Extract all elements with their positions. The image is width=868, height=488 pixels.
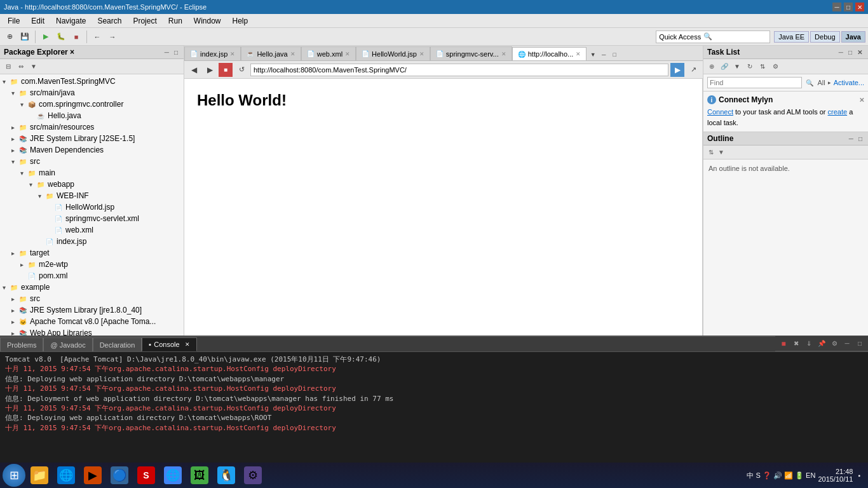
taskbar-qq[interactable]: 🐧 (214, 464, 239, 487)
stop-server-button[interactable]: ■ (69, 30, 83, 44)
tree-item[interactable]: ☕Hello.java (0, 110, 184, 121)
console-settings-button[interactable]: ⚙ (829, 338, 840, 349)
perspective-java-ee[interactable]: Java EE (774, 31, 809, 43)
mylyn-connect-link[interactable]: Connect (707, 108, 733, 116)
task-filter-arrow[interactable]: ▸ (828, 79, 831, 86)
tab-close-hello[interactable]: ✕ (290, 51, 295, 57)
tab-springmvc[interactable]: 📄 springmvc-serv... ✕ (430, 46, 512, 60)
tree-item[interactable]: 📄index.jsp (0, 236, 184, 247)
tree-item[interactable]: ▸📁m2e-wtp (0, 259, 184, 270)
tree-item[interactable]: ▾📁main (0, 167, 184, 179)
tree-item[interactable]: ▾📁com.MavenTest.SpringMVC (0, 76, 184, 87)
tree-item[interactable]: ▸📁target (0, 247, 184, 259)
menu-help[interactable]: Help (227, 14, 254, 27)
tab-max-button[interactable]: □ (609, 49, 620, 60)
taskbar-media[interactable]: ▶ (80, 464, 105, 487)
task-sync-button[interactable]: ↻ (744, 61, 756, 72)
menu-search[interactable]: Search (92, 14, 126, 27)
task-settings-button[interactable]: ⚙ (770, 61, 781, 72)
tree-item[interactable]: ▸📁src/main/resources (0, 121, 184, 133)
maximize-button[interactable]: □ (844, 3, 853, 11)
tab-problems[interactable]: Problems (0, 337, 43, 351)
tree-item[interactable]: ▸🐱Apache Tomcat v8.0 [Apache Toma... (0, 316, 184, 327)
menu-file[interactable]: File (3, 14, 25, 27)
taskbar-sogou[interactable]: S (133, 464, 159, 487)
menu-navigate[interactable]: Navigate (51, 14, 91, 27)
tab-helloworld-jsp[interactable]: 📄 HelloWorld.jsp ✕ (356, 46, 430, 60)
debug-button[interactable]: 🐛 (54, 30, 68, 44)
task-find-input[interactable] (707, 77, 802, 88)
minimize-button[interactable]: ─ (832, 3, 841, 11)
tab-web-xml[interactable]: 📄 web.xml ✕ (301, 46, 356, 60)
browser-external-button[interactable]: ↗ (686, 63, 700, 77)
task-find-button[interactable]: 🔍 (804, 78, 815, 88)
tab-javadoc[interactable]: @ Javadoc (43, 337, 92, 351)
forward-button[interactable]: → (105, 30, 119, 44)
new-button[interactable]: ⊕ (3, 30, 17, 44)
show-desktop-button[interactable]: ▪ (858, 472, 860, 479)
browser-forward-button[interactable]: ▶ (203, 63, 217, 77)
tab-close-index[interactable]: ✕ (230, 51, 235, 57)
browser-stop-button[interactable]: ■ (219, 63, 233, 77)
tab-close-springmvc[interactable]: ✕ (501, 51, 506, 57)
tree-item[interactable]: 📄pom.xml (0, 270, 184, 281)
browser-back-button[interactable]: ◀ (187, 63, 201, 77)
tree-item[interactable]: ▸📚Web App Libraries (0, 327, 184, 336)
tab-hello-java[interactable]: ☕ Hello.java ✕ (241, 46, 301, 60)
taskbar-app4[interactable]: 🔵 (107, 464, 132, 487)
link-editor-button[interactable]: ⇔ (15, 61, 27, 72)
tree-item[interactable]: 📄web.xml (0, 224, 184, 236)
tab-index-jsp[interactable]: 📄 index.jsp ✕ (184, 46, 241, 60)
tree-item[interactable]: ▸📚Maven Dependencies (0, 144, 184, 156)
task-list-close[interactable]: ✕ (855, 48, 864, 57)
outline-filter-button[interactable]: ▼ (716, 147, 726, 158)
tree-item[interactable]: ▾📁webapp (0, 179, 184, 190)
console-stop-button[interactable]: ■ (778, 338, 789, 349)
tree-item[interactable]: ▾📁src (0, 156, 184, 167)
task-filter-button[interactable]: ▼ (731, 61, 743, 72)
tree-item[interactable]: ▾📦com.springmvc.controller (0, 98, 184, 110)
tab-console-close[interactable]: ✕ (185, 341, 190, 348)
taskbar-chrome[interactable]: 🌐 (160, 464, 186, 487)
close-button[interactable]: ✕ (855, 3, 864, 11)
tab-list-button[interactable]: ▼ (588, 49, 598, 60)
tab-console[interactable]: ▪ Console ✕ (142, 337, 196, 351)
tree-item[interactable]: ▾📁src/main/java (0, 87, 184, 98)
back-button[interactable]: ← (90, 30, 104, 44)
taskbar-explorer[interactable]: 📁 (27, 464, 52, 487)
tree-item[interactable]: ▾📁example (0, 281, 184, 293)
menu-project[interactable]: Project (128, 14, 161, 27)
tab-declaration[interactable]: Declaration (93, 337, 142, 351)
perspective-debug[interactable]: Debug (810, 31, 839, 43)
tab-close-helloworld[interactable]: ✕ (419, 51, 424, 57)
menu-run[interactable]: Run (163, 14, 187, 27)
browser-go-button[interactable]: ▶ (670, 63, 684, 77)
task-activate-link[interactable]: Activate... (834, 79, 864, 86)
task-list-maximize[interactable]: □ (846, 48, 854, 57)
console-minimize[interactable]: ─ (841, 338, 853, 349)
console-scroll-lock-button[interactable]: ⇓ (803, 338, 815, 349)
outline-minimize[interactable]: ─ (847, 135, 855, 143)
tree-item[interactable]: 📄HelloWorld.jsp (0, 201, 184, 213)
tab-browser[interactable]: 🌐 http://localho... ✕ (512, 47, 587, 61)
mylyn-create-link[interactable]: create (828, 108, 848, 116)
outline-maximize[interactable]: □ (857, 135, 864, 143)
tab-min-button[interactable]: ─ (599, 49, 609, 60)
menu-window[interactable]: Window (189, 14, 226, 27)
mylyn-close-button[interactable]: ✕ (859, 97, 864, 104)
console-clear-button[interactable]: ✖ (790, 338, 802, 349)
outline-sort-button[interactable]: ⇅ (706, 147, 716, 158)
tree-menu-button[interactable]: ▼ (28, 61, 39, 72)
taskbar-ie[interactable]: 🌐 (53, 464, 79, 487)
url-input[interactable] (250, 64, 668, 76)
run-button[interactable]: ▶ (39, 30, 53, 44)
task-repo-button[interactable]: 🔗 (719, 61, 730, 72)
task-list-minimize[interactable]: ─ (837, 48, 845, 57)
start-button[interactable]: ⊞ (3, 464, 25, 487)
tab-close-browser[interactable]: ✕ (576, 51, 581, 57)
perspective-java[interactable]: Java (841, 31, 865, 43)
minimize-panel-button[interactable]: ─ (163, 48, 171, 57)
console-pin-button[interactable]: 📌 (816, 338, 827, 349)
tree-item[interactable]: ▸📚JRE System Library [jre1.8.0_40] (0, 304, 184, 316)
task-new-button[interactable]: ⊕ (706, 61, 717, 72)
